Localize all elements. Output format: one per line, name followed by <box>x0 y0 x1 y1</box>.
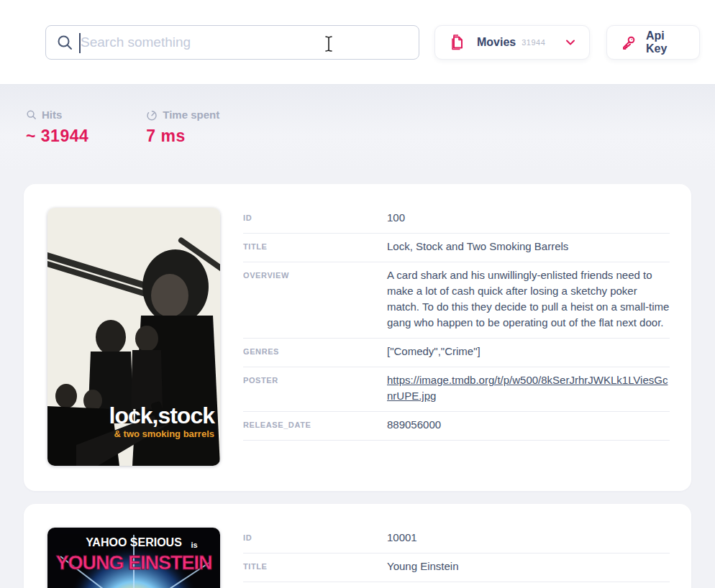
time-spent-label: Time spent <box>163 109 219 121</box>
field-label: GENRES <box>243 344 387 359</box>
field-value: https://image.tmdb.org/t/p/w500/8kSerJrh… <box>387 372 670 404</box>
poster-topline-text: YAHOO SERIOUS <box>86 536 182 548</box>
stats-bar: Hits ~ 31944 Time spent 7 ms <box>0 85 715 171</box>
field-row-title: TITLE Young Einstein <box>243 553 670 582</box>
key-icon <box>620 34 637 51</box>
search-icon <box>56 34 73 51</box>
field-label: TITLE <box>243 559 387 574</box>
index-selector-dropdown[interactable]: Movies 31944 <box>434 25 590 60</box>
field-row-release-date: RELEASE_DATE 889056000 <box>243 412 670 441</box>
field-row-id: ID 100 <box>243 205 670 234</box>
index-selector-label: Movies <box>477 36 516 49</box>
field-row-overview: OVERVIEW A card shark and his unwillingl… <box>243 262 670 339</box>
document-fields: ID 100 TITLE Lock, Stock and Two Smoking… <box>243 205 670 466</box>
field-row-genres: GENRES ["Comedy","Crime"] <box>243 339 670 367</box>
field-label: OVERVIEW <box>243 267 387 331</box>
gauge-icon <box>146 109 158 121</box>
poster-subtitle-text: & two smoking barrels <box>114 428 214 439</box>
results-list: lock,stock & two smoking barrels ID 100 … <box>0 171 715 588</box>
field-value: 10001 <box>387 530 670 546</box>
field-label: ID <box>243 210 387 226</box>
field-value: Young Einstein <box>387 559 670 574</box>
search-input-wrapper[interactable] <box>45 25 419 60</box>
mini-dashboard: Movies 31944 Api Key <box>0 0 715 588</box>
field-value: 889056000 <box>387 417 670 433</box>
field-value: 100 <box>387 210 670 226</box>
hits-value: ~ 31944 <box>26 127 88 146</box>
field-label: RELEASE_DATE <box>243 417 387 433</box>
field-label: ID <box>243 530 387 546</box>
field-label: POSTER <box>243 372 387 404</box>
document-fields: ID 10001 TITLE Young Einstein OVERVIEW A… <box>243 525 670 588</box>
header: Movies 31944 Api Key <box>0 0 715 85</box>
field-row-title: TITLE Lock, Stock and Two Smoking Barrel… <box>243 234 670 262</box>
field-value: ["Comedy","Crime"] <box>387 344 670 359</box>
field-row-id: ID 10001 <box>243 525 670 553</box>
result-card: YAHOO SERIOUS is YOUNG EINSTEIN ID 10001… <box>24 504 691 588</box>
text-caret <box>79 33 81 53</box>
hits-label: Hits <box>42 109 62 121</box>
field-row-poster: POSTER https://image.tmdb.org/t/p/w500/8… <box>243 367 670 412</box>
field-value: Lock, Stock and Two Smoking Barrels <box>387 239 670 254</box>
time-spent-value: 7 ms <box>146 127 219 146</box>
hits-stat: Hits ~ 31944 <box>26 109 88 171</box>
poster-topline-suffix: is <box>191 541 197 549</box>
time-spent-stat: Time spent 7 ms <box>146 109 219 171</box>
field-row-overview: OVERVIEW Albert Einstein is the son of a… <box>243 582 670 588</box>
search-input[interactable] <box>81 35 409 50</box>
field-label: TITLE <box>243 239 387 254</box>
documents-icon <box>448 33 465 52</box>
index-document-count: 31944 <box>522 38 545 47</box>
api-key-button-label: Api Key <box>646 29 686 55</box>
poster-title-text: YOUNG EINSTEIN <box>55 552 211 574</box>
poster-url-link[interactable]: https://image.tmdb.org/t/p/w500/8kSerJrh… <box>387 374 668 402</box>
poster-title-text: lock,stock <box>109 403 215 428</box>
movie-poster-young-einstein: YAHOO SERIOUS is YOUNG EINSTEIN <box>47 528 220 588</box>
result-card: lock,stock & two smoking barrels ID 100 … <box>24 184 691 491</box>
field-value: A card shark and his unwillingly-enliste… <box>387 267 670 331</box>
chevron-down-icon <box>565 37 576 48</box>
hits-search-icon <box>26 109 37 120</box>
api-key-button[interactable]: Api Key <box>606 25 700 60</box>
movie-poster-lock-stock: lock,stock & two smoking barrels <box>47 208 220 466</box>
